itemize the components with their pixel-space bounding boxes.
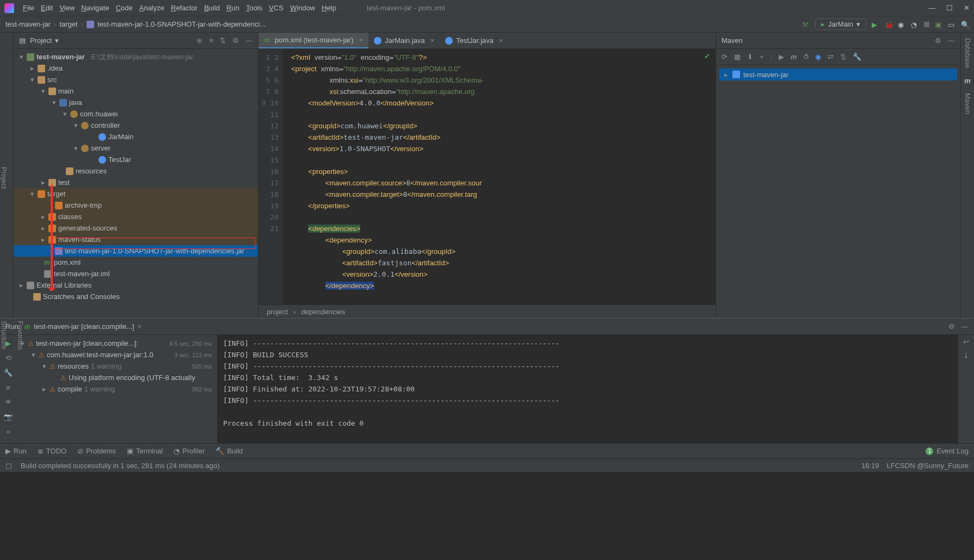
bottom-tab-terminal[interactable]: ▣Terminal <box>127 447 163 455</box>
tree-node-resources[interactable]: resources <box>14 165 258 177</box>
tree-root[interactable]: test-maven-jar E:\文档\code\java\test-mave… <box>14 51 258 63</box>
console-output[interactable]: [INFO] ---------------------------------… <box>218 319 958 443</box>
project-panel-title[interactable]: Project ▾ <box>30 36 59 45</box>
tree-node-iml[interactable]: test-maven-jar.iml <box>14 268 258 279</box>
run-tree-row[interactable]: ⚠ compile 1 warning992 ms <box>19 383 214 395</box>
soft-wrap-icon[interactable]: ↩ <box>963 338 969 346</box>
tool-window-icon[interactable]: ▢ <box>5 462 12 470</box>
run-config-selector[interactable]: ▸ JarMain ▾ <box>815 18 866 30</box>
tree-node-test[interactable]: test <box>14 177 258 188</box>
profiler-icon[interactable]: ◔ <box>911 21 918 28</box>
tree-node-main[interactable]: main <box>14 85 258 97</box>
collapse-icon[interactable]: ⇅ <box>840 53 846 61</box>
offline-icon[interactable]: ◉ <box>815 53 821 61</box>
expand-all-icon[interactable]: ≡ <box>209 36 213 45</box>
wrench-icon[interactable]: 🔧 <box>853 53 861 61</box>
maven-project-node[interactable]: test-maven-jar <box>719 69 957 80</box>
menu-file[interactable]: File <box>23 4 34 12</box>
tree-node-target[interactable]: target <box>14 188 258 200</box>
editor-body[interactable]: ✓ 1 2 3 4 5 6 7 8 9 10 11 12 13 14 15 16… <box>258 49 716 304</box>
tree-node-scratch[interactable]: Scratches and Consoles <box>14 291 258 302</box>
crumb-dependencies[interactable]: dependencies <box>301 308 345 316</box>
toggle-icon[interactable]: ⟲ <box>5 354 11 362</box>
tree-node-pom[interactable]: mpom.xml <box>14 257 258 268</box>
collapse-all-icon[interactable]: ⇅ <box>220 36 226 45</box>
breadcrumb-file[interactable]: test-maven-jar-1.0-SNAPSHOT-jar-with-dep… <box>97 20 266 28</box>
tree-node-idea[interactable]: .idea <box>14 63 258 74</box>
menu-navigate[interactable]: Navigate <box>81 4 109 12</box>
tree-node-classes[interactable]: classes <box>14 211 258 222</box>
tree-node-testjar[interactable]: TestJar <box>14 154 258 165</box>
run-tree[interactable]: ⚠ test-maven-jar [clean,compile...]:A 5 … <box>16 335 217 397</box>
close-tab-icon[interactable]: × <box>359 36 363 44</box>
inspection-ok-icon[interactable]: ✓ <box>704 52 710 60</box>
m-icon[interactable]: m <box>791 53 797 61</box>
wrench-icon[interactable]: 🔧 <box>4 369 13 377</box>
vcs-icon[interactable]: ▣ <box>935 21 942 28</box>
hide-icon[interactable]: — <box>948 36 955 45</box>
hide-icon[interactable]: — <box>245 36 252 45</box>
tree-node-jarfile[interactable]: test-maven-jar-1.0-SNAPSHOT-jar-with-dep… <box>14 245 258 257</box>
eye-icon[interactable]: 👁 <box>5 398 12 406</box>
build-icon[interactable]: ⚒ <box>802 21 810 28</box>
select-opened-icon[interactable]: ⊕ <box>196 36 202 45</box>
tree-node-controller[interactable]: controller <box>14 120 258 131</box>
gear-icon[interactable]: ⚙ <box>232 36 239 45</box>
database-tool-button[interactable]: Database <box>964 38 972 69</box>
close-tab-icon[interactable]: × <box>430 36 435 45</box>
stop-icon[interactable] <box>924 22 929 27</box>
scroll-icon[interactable]: ⤓ <box>963 351 969 359</box>
menu-code[interactable]: Code <box>116 4 133 12</box>
maven-tool-button[interactable]: Maven <box>964 93 972 114</box>
tree-node-extlib[interactable]: External Libraries <box>14 279 258 291</box>
tree-node-archive[interactable]: archive-tmp <box>14 200 258 211</box>
favorites-tool-button[interactable]: Favorites <box>16 321 24 350</box>
dependencies-icon[interactable]: ⇄ <box>828 53 834 61</box>
camera-icon[interactable]: 📷 <box>4 413 13 421</box>
coverage-icon[interactable]: ◉ <box>898 21 905 28</box>
run-icon[interactable]: ▶ <box>872 21 879 28</box>
menu-tools[interactable]: Tools <box>246 4 262 12</box>
structure-tool-button[interactable]: Structure <box>0 321 8 350</box>
debug-icon[interactable]: 🐞 <box>885 21 892 28</box>
menu-run[interactable]: Run <box>226 4 239 12</box>
maven-tree[interactable]: test-maven-jar <box>716 65 960 84</box>
gear-icon[interactable]: ⚙ <box>948 322 955 331</box>
bottom-tab-run[interactable]: ▶Run <box>5 447 27 455</box>
run-tree-row[interactable]: ⚠ test-maven-jar [clean,compile...]:A 5 … <box>19 338 214 349</box>
tree-node-mavenstatus[interactable]: maven-status <box>14 234 258 245</box>
editor-tab[interactable]: TestJar.java× <box>440 33 508 48</box>
menu-view[interactable]: View <box>59 4 75 12</box>
skip-tests-icon[interactable]: ⥀ <box>804 53 809 61</box>
stop-icon[interactable]: ■ <box>6 383 10 391</box>
menu-window[interactable]: Window <box>290 4 315 12</box>
breadcrumb-project[interactable]: test-maven-jar <box>5 20 51 28</box>
editor-tab[interactable]: mpom.xml (test-maven-jar)× <box>258 33 368 48</box>
event-log-button[interactable]: Event Log <box>936 447 969 455</box>
hide-icon[interactable]: — <box>961 322 969 331</box>
tree-node-package[interactable]: com.huawei <box>14 108 258 120</box>
add-icon[interactable]: + <box>760 53 764 61</box>
menu-help[interactable]: Help <box>322 4 336 12</box>
download-icon[interactable]: ⬇ <box>747 53 753 61</box>
run-tree-row[interactable]: ⚠ com.huawei:test-maven-jar:jar:1.03 sec… <box>19 349 214 360</box>
crumb-project[interactable]: project <box>267 308 288 316</box>
close-tab-icon[interactable]: × <box>138 322 142 331</box>
maven-tool-icon[interactable]: m <box>964 77 971 85</box>
bottom-tab-todo[interactable]: ≣TODO <box>38 447 66 455</box>
close-icon[interactable]: ✕ <box>964 4 970 12</box>
tree-node-src[interactable]: src <box>14 74 258 85</box>
gear-icon[interactable]: ⚙ <box>935 36 941 45</box>
project-tree[interactable]: test-maven-jar E:\文档\code\java\test-mave… <box>14 49 258 318</box>
menu-analyze[interactable]: Analyze <box>139 4 164 12</box>
bottom-tab-problems[interactable]: ⊘Problems <box>77 447 116 455</box>
menu-refactor[interactable]: Refactor <box>171 4 198 12</box>
menu-vcs[interactable]: VCS <box>269 4 283 12</box>
project-tool-button[interactable]: Project <box>0 167 8 189</box>
generate-icon[interactable]: ▦ <box>734 53 741 61</box>
minimize-icon[interactable]: — <box>928 4 935 12</box>
close-tab-icon[interactable]: × <box>499 36 503 45</box>
tree-node-jarmain[interactable]: JarMain <box>14 131 258 142</box>
reload-icon[interactable]: ⟳ <box>722 53 728 61</box>
tree-node-server[interactable]: server <box>14 142 258 154</box>
